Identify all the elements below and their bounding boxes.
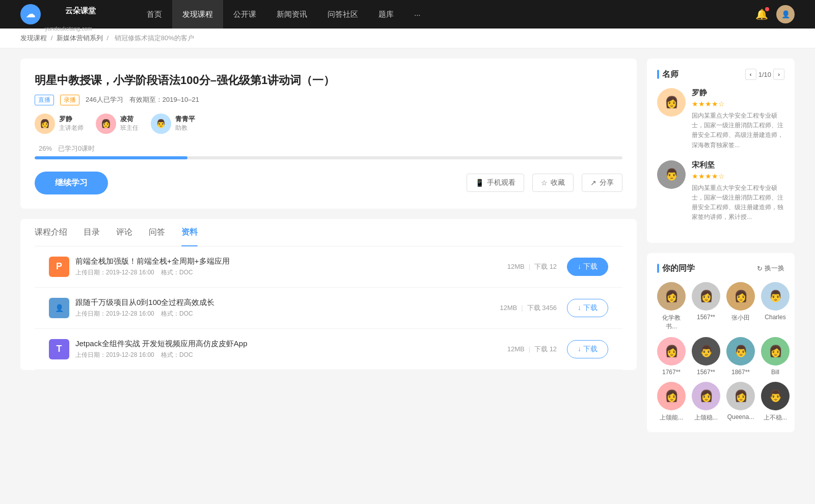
classmate-10-avatar[interactable]: 👩 [726, 382, 755, 410]
classmate-10-name: Queena... [727, 413, 754, 421]
classmate-7-name: Bill [771, 369, 779, 376]
tag-live: 直播 [35, 95, 54, 105]
nav-qa[interactable]: 问答社区 [317, 0, 368, 29]
nav-more[interactable]: ··· [404, 0, 431, 29]
classmate-4-avatar[interactable]: 👩 [657, 337, 686, 366]
classmate-9: 👩 上颌稳... [692, 382, 720, 422]
classmate-9-name: 上颌稳... [694, 413, 718, 422]
classmate-3-name: Charles [765, 314, 785, 321]
classmate-2-name: 张小田 [731, 314, 750, 322]
classmate-6-avatar[interactable]: 👨 [726, 337, 755, 366]
classmate-7-avatar[interactable]: 👩 [761, 337, 790, 366]
breadcrumb-discover[interactable]: 发现课程 [20, 34, 47, 42]
header: ☁ 云朵课堂 yundouketang.com 首页 发现课程 公开课 新闻资讯… [0, 0, 815, 29]
teachers-next-button[interactable]: › [773, 69, 784, 80]
classmate-11-name: 上不稳... [764, 413, 787, 422]
nav-news[interactable]: 新闻资讯 [266, 0, 317, 29]
sidebar-teacher-0: 👩 罗静 ★★★★☆ 国内某重点大学安全工程专业硕士，国家一级注册消防工程师、注… [657, 88, 784, 150]
sidebar-teacher-0-stars: ★★★★☆ [692, 100, 784, 108]
sidebar: 名师 ‹ 1/10 › 👩 罗静 ★★★★☆ 国内某重点大学安全工程专业硕士，国… [647, 59, 795, 442]
resource-meta-1: 上传日期：2019-12-28 16:00 格式：DOC [75, 310, 500, 318]
classmate-9-avatar[interactable]: 👩 [692, 382, 720, 410]
resource-icon-0: P [49, 257, 69, 277]
main-nav: 首页 发现课程 公开课 新闻资讯 问答社区 题库 ··· [137, 0, 755, 29]
logo[interactable]: ☁ 云朵课堂 yundouketang.com [20, 0, 116, 33]
actions-row: 继续学习 📱 手机观看 ☆ 收藏 ↗ 分享 [35, 172, 622, 194]
classmate-2-avatar[interactable]: 👩 [726, 282, 755, 311]
tab-qa[interactable]: 问答 [149, 219, 165, 246]
mobile-icon: 📱 [475, 179, 484, 187]
nav-discover[interactable]: 发现课程 [172, 0, 223, 29]
classmate-5: 👨 1567** [692, 337, 720, 376]
teacher-2-avatar: 👨 [151, 114, 171, 134]
classmate-3-avatar[interactable]: 👨 [761, 282, 790, 311]
classmate-6: 👨 1867** [726, 337, 755, 376]
classmate-4-name: 1767** [662, 369, 681, 376]
teacher-0-avatar: 👩 [35, 114, 55, 134]
content-area: 明星中教授课，小学阶段语法100分–强化级第1讲动词（一） 直播 录播 246人… [20, 59, 637, 442]
nav-public[interactable]: 公开课 [223, 0, 266, 29]
classmate-1: 👩 1567** [692, 282, 720, 331]
nav-home[interactable]: 首页 [137, 0, 172, 29]
classmate-1-avatar[interactable]: 👩 [692, 282, 720, 311]
continue-learning-button[interactable]: 继续学习 [35, 172, 108, 194]
resource-icon-1: 👤 [49, 298, 69, 318]
classmate-2: 👩 张小田 [726, 282, 755, 331]
course-tabs: 课程介绍 目录 评论 问答 资料 [35, 219, 622, 246]
teacher-1-role: 班主任 [120, 124, 139, 132]
teacher-2-name: 青青平 [175, 115, 195, 124]
classmate-3: 👨 Charles [761, 282, 790, 331]
refresh-icon: ↻ [757, 265, 763, 272]
nav-quiz[interactable]: 题库 [368, 0, 404, 29]
classmates-card-title: 你的同学 ↻ 换一换 [657, 263, 784, 274]
teachers-prev-button[interactable]: ‹ [745, 69, 756, 80]
mobile-watch-button[interactable]: 📱 手机观看 [467, 174, 524, 192]
bell-icon[interactable]: 🔔 [755, 8, 768, 20]
sidebar-teacher-1-stars: ★★★★☆ [692, 172, 784, 180]
refresh-classmates-button[interactable]: ↻ 换一换 [757, 264, 784, 273]
breadcrumb-series[interactable]: 新媒体营销系列 [57, 34, 103, 42]
teacher-1-avatar: 👩 [96, 114, 116, 134]
resource-meta-0: 上传日期：2019-12-28 16:00 格式：DOC [75, 268, 507, 277]
course-title: 明星中教授课，小学阶段语法100分–强化级第1讲动词（一） [35, 73, 622, 89]
header-right: 🔔 👤 [755, 5, 795, 23]
course-info-card: 明星中教授课，小学阶段语法100分–强化级第1讲动词（一） 直播 录播 246人… [20, 59, 637, 209]
resource-meta-2: 上传日期：2019-12-28 16:00 格式：DOC [75, 351, 507, 359]
collect-button[interactable]: ☆ 收藏 [532, 174, 574, 192]
resource-name-1: 跟随千万级项目从0到100全过程高效成长 [75, 298, 500, 307]
classmate-5-avatar[interactable]: 👨 [692, 337, 720, 366]
resource-icon-2: T [49, 339, 69, 359]
share-icon: ↗ [590, 179, 596, 187]
resource-item-1: 👤 跟随千万级项目从0到100全过程高效成长 上传日期：2019-12-28 1… [35, 288, 622, 329]
breadcrumb-current: 销冠修炼术搞定80%的客户 [115, 34, 194, 42]
tab-catalog[interactable]: 目录 [84, 219, 100, 246]
user-avatar[interactable]: 👤 [776, 5, 795, 23]
sidebar-teacher-1-desc: 国内某重点大学安全工程专业硕士，国家一级注册消防工程师、注册安全工程师、级注册建… [692, 183, 784, 222]
download-button-1[interactable]: ↓ 下载 [567, 299, 608, 317]
share-button[interactable]: ↗ 分享 [582, 174, 622, 192]
teacher-1-name: 凌荷 [120, 115, 139, 124]
resource-item-0: P 前端全栈加强版！前端全栈+全周期+多端应用 上传日期：2019-12-28 … [35, 246, 622, 288]
tab-intro[interactable]: 课程介绍 [35, 219, 67, 246]
teacher-2-role: 助教 [175, 124, 195, 132]
classmate-8: 👩 上颌能... [657, 382, 686, 422]
classmate-0-avatar[interactable]: 👩 [657, 282, 686, 311]
students-count: 246人已学习 [86, 95, 123, 104]
resource-stats-1: 12MB | 下载 3456 [500, 303, 557, 313]
teacher-2: 👨 青青平 助教 [151, 114, 195, 134]
teachers-card: 名师 ‹ 1/10 › 👩 罗静 ★★★★☆ 国内某重点大学安全工程专业硕士，国… [647, 59, 795, 243]
tag-recorded: 录播 [60, 95, 79, 105]
resource-list: P 前端全栈加强版！前端全栈+全周期+多端应用 上传日期：2019-12-28 … [35, 246, 622, 370]
course-meta: 直播 录播 246人已学习 有效期至：2019–10–21 [35, 95, 622, 105]
tab-review[interactable]: 评论 [116, 219, 132, 246]
tabs-section: 课程介绍 目录 评论 问答 资料 P 前端全栈加强版！前端全栈+全周期+多端应用… [20, 219, 637, 370]
download-button-0[interactable]: ↓ 下载 [567, 258, 608, 276]
classmate-8-avatar[interactable]: 👩 [657, 382, 686, 410]
classmate-11-avatar[interactable]: 👨 [761, 382, 790, 410]
download-button-2[interactable]: ↓ 下载 [567, 340, 608, 358]
tab-resource[interactable]: 资料 [181, 219, 198, 246]
sidebar-teacher-0-avatar: 👩 [657, 88, 686, 117]
classmate-4: 👩 1767** [657, 337, 686, 376]
sidebar-teacher-0-desc: 国内某重点大学安全工程专业硕士，国家一级注册消防工程师、注册安全工程师、高级注册… [692, 111, 784, 150]
classmate-6-name: 1867** [731, 369, 750, 376]
